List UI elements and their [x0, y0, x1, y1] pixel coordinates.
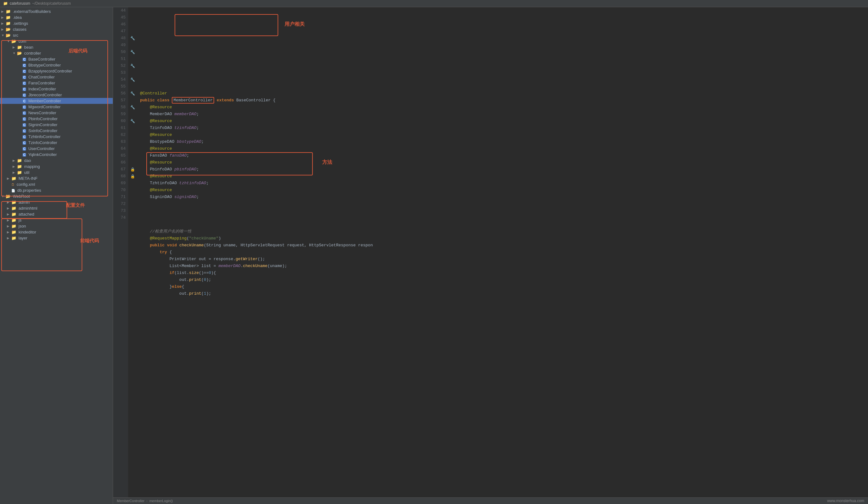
- tree-label: BzapplyrecordController: [28, 69, 72, 73]
- tree-arrow: ▶: [7, 218, 11, 222]
- sidebar-item-JbrecordController[interactable]: CJbrecordController: [0, 92, 113, 98]
- line-number-47: 47: [116, 28, 126, 35]
- tree-icon-folder: 📁: [11, 206, 16, 211]
- tree-arrow: ▶: [7, 207, 11, 210]
- tree-icon-java: C: [23, 128, 26, 133]
- sidebar-item-layer[interactable]: ▶📁layer: [0, 235, 113, 241]
- tree-arrow: ▶: [7, 177, 11, 180]
- tree-icon-folder: 📁: [6, 21, 11, 26]
- sidebar-item-src[interactable]: ▼📂src: [0, 32, 113, 38]
- tree-label: YqlinkController: [28, 152, 57, 157]
- tree-icon-java: C: [23, 81, 26, 85]
- sidebar-item-settings[interactable]: ▶📁.settings: [0, 20, 113, 27]
- code-line-48: MemberDAO memberDAO;: [140, 111, 865, 118]
- sidebar-item-NewsController[interactable]: CNewsController: [0, 110, 113, 116]
- tree-label: .idea: [13, 15, 22, 20]
- tree-label: WebRoot: [13, 194, 30, 199]
- tree-icon-java: C: [23, 111, 26, 115]
- gutter-47: [128, 28, 137, 35]
- gutter-69: [128, 180, 137, 187]
- tree-icon-folder: 📁: [11, 200, 16, 204]
- sidebar-item-BaseController[interactable]: CBaseController: [0, 56, 113, 62]
- sidebar-item-BbstypeController[interactable]: CBbstypeController: [0, 62, 113, 68]
- gutter-60: 🔧: [128, 118, 137, 125]
- code-line-67: public void checkUname(String uname, Htt…: [140, 242, 865, 249]
- line-number-55: 55: [116, 83, 126, 90]
- tree-label: TzinfoController: [28, 140, 57, 145]
- sidebar-item-IndexController[interactable]: CIndexController: [0, 86, 113, 92]
- sidebar-item-dao[interactable]: ▶📁dao: [0, 158, 113, 164]
- sidebar-item-kindeditor[interactable]: ▶📁kindeditor: [0, 229, 113, 235]
- gutter-52: 🔧: [128, 62, 137, 69]
- tree-icon-java: C: [23, 116, 26, 121]
- tree-icon-folder: 📁: [11, 218, 16, 222]
- sidebar-item-adminhtml[interactable]: ▶📁adminhtml: [0, 205, 113, 211]
- sidebar-item-externalToolBuilders[interactable]: ▶📁.externalToolBuilders: [0, 9, 113, 14]
- tree-icon-folder: 📁: [6, 15, 11, 20]
- gutter-67: 🔒: [128, 166, 137, 173]
- gutter-72: [128, 201, 137, 208]
- sidebar-item-UserController[interactable]: CUserController: [0, 146, 113, 151]
- code-line-74: out.print(1);: [140, 290, 865, 297]
- tree-icon-props: 📄: [11, 188, 15, 193]
- line-number-70: 70: [116, 187, 126, 193]
- code-line-60: SigninDAO signinDAO;: [140, 193, 865, 201]
- gutter-68: 🔒: [128, 173, 137, 180]
- sidebar-item-PbinfoController[interactable]: CPbinfoController: [0, 116, 113, 122]
- tree-icon-folder: 📁: [17, 170, 22, 175]
- sidebar-item-ChatController[interactable]: CChatController: [0, 74, 113, 80]
- code-line-47: @Resource: [140, 104, 865, 111]
- sidebar-item-classes[interactable]: ▶📂classes: [0, 27, 113, 32]
- line-number-56: 56: [116, 90, 126, 97]
- sidebar-item-TzhtinfoController[interactable]: CTzhtinfoController: [0, 134, 113, 140]
- sidebar-item-admin[interactable]: ▶📁admin: [0, 199, 113, 205]
- sidebar-item-controller[interactable]: ▼📂controller: [0, 50, 113, 56]
- tree-label: mapping: [24, 164, 40, 169]
- sidebar-item-js[interactable]: ▶📁js: [0, 217, 113, 223]
- code-line-62: [140, 208, 865, 214]
- tree-label: json: [19, 224, 26, 229]
- folder-icon: 📁: [3, 1, 8, 6]
- sidebar-item-TzinfoController[interactable]: CTzinfoController: [0, 140, 113, 146]
- sidebar-item-json[interactable]: ▶📁json: [0, 223, 113, 229]
- tree-label: JbrecordController: [28, 93, 62, 97]
- tree-arrow: ▶: [7, 236, 11, 240]
- sidebar-item-SxinfoController[interactable]: CSxinfoController: [0, 128, 113, 134]
- gutter-64: [128, 145, 137, 152]
- sidebar-item-META-INF[interactable]: ▶📁META-INF: [0, 176, 113, 181]
- tree-icon-java: C: [23, 57, 26, 62]
- line-number-50: 50: [116, 49, 126, 55]
- line-number-74: 74: [116, 214, 126, 221]
- line-number-64: 64: [116, 145, 126, 152]
- tree-label: .externalToolBuilders: [13, 9, 51, 14]
- sidebar-item-SigninController[interactable]: CSigninController: [0, 122, 113, 128]
- code-line-54: FansDAO fansDAO;: [140, 152, 865, 159]
- sidebar-item-bean[interactable]: ▶📁bean: [0, 44, 113, 50]
- sidebar-item-BzapplyrecordController[interactable]: CBzapplyrecordController: [0, 68, 113, 74]
- sidebar-item-YqlinkController[interactable]: CYqlinkController: [0, 151, 113, 158]
- line-number-63: 63: [116, 138, 126, 145]
- code-area[interactable]: 4445464748495051525354555657585960616263…: [113, 7, 868, 497]
- code-line-59: @Resource: [140, 187, 865, 193]
- sidebar-item-com[interactable]: ▼📂com: [0, 38, 113, 44]
- sidebar-item-idea[interactable]: ▶📁.idea: [0, 14, 113, 20]
- sidebar-item-MemberController[interactable]: CMemberController: [0, 98, 113, 104]
- sidebar-item-config.xml[interactable]: 🗒config.xml: [0, 181, 113, 187]
- tree-icon-folder-open: 📂: [11, 39, 16, 44]
- code-content[interactable]: 用户相关 方法 @Controllerpublic class MemberCo…: [137, 7, 868, 497]
- sidebar-item-FansController[interactable]: CFansController: [0, 80, 113, 86]
- sidebar-item-util[interactable]: ▶📁util: [0, 169, 113, 176]
- sidebar-item-MgwordController[interactable]: CMgwordController: [0, 104, 113, 110]
- sidebar-item-db.properties[interactable]: 📄db.properties: [0, 187, 113, 193]
- tree-icon-java: C: [23, 123, 26, 127]
- tree-arrow: ▶: [7, 230, 11, 234]
- sidebar-item-mapping[interactable]: ▶📁mapping: [0, 164, 113, 169]
- gutter-63: [128, 138, 137, 145]
- breadcrumb-sep: ›: [146, 499, 148, 503]
- tree-label: layer: [19, 236, 27, 240]
- tree-arrow: ▶: [7, 224, 11, 228]
- tree-icon-folder: 📁: [11, 176, 16, 181]
- sidebar-item-WebRoot[interactable]: ▼📂WebRoot: [0, 193, 113, 199]
- tree-label: SxinfoController: [28, 128, 58, 133]
- sidebar-item-attached[interactable]: ▶📁attached: [0, 211, 113, 217]
